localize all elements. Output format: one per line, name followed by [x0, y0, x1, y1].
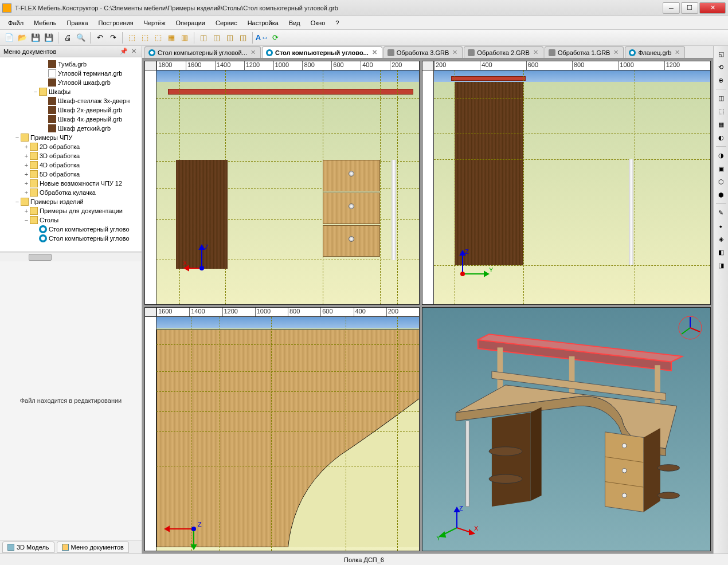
- view-cube-gizmo[interactable]: [676, 313, 704, 342]
- cube1-icon[interactable]: ◫: [198, 32, 209, 44]
- viewport-3d[interactable]: Z X Y: [422, 307, 711, 551]
- tree-node[interactable]: −Шкафы: [2, 87, 139, 96]
- right-tool-15[interactable]: ◨: [715, 260, 727, 271]
- maximize-button[interactable]: ☐: [681, 2, 698, 14]
- menu-help[interactable]: ?: [331, 18, 343, 28]
- right-tool-2[interactable]: ⊕: [715, 74, 727, 86]
- menu-drawing[interactable]: Чертёж: [139, 18, 170, 28]
- tab-close-icon[interactable]: ✕: [532, 49, 539, 56]
- document-tab[interactable]: Обработка 2.GRB✕: [464, 46, 543, 58]
- tab-close-icon[interactable]: ✕: [674, 49, 681, 56]
- right-tool-8[interactable]: ▣: [715, 163, 727, 174]
- menu-operations[interactable]: Операции: [171, 18, 210, 28]
- menu-view[interactable]: Вид: [284, 18, 305, 28]
- print-icon[interactable]: 🖨: [62, 32, 73, 44]
- refresh-icon[interactable]: ⟳: [269, 32, 281, 44]
- right-tool-12[interactable]: ⬥: [715, 220, 727, 232]
- tree-node[interactable]: Тумба.grb: [2, 60, 139, 69]
- tab-documents-menu[interactable]: Меню документов: [57, 542, 129, 553]
- right-tool-11[interactable]: ✎: [715, 207, 727, 218]
- document-tab[interactable]: Обработка 1.GRB✕: [545, 46, 624, 58]
- tree-node[interactable]: +Обработка кулачка: [2, 188, 139, 197]
- menu-construct[interactable]: Построения: [94, 18, 138, 28]
- tree-node[interactable]: +4D обработка: [2, 160, 139, 170]
- cube4-icon[interactable]: ◫: [237, 32, 249, 44]
- menu-settings[interactable]: Настройка: [243, 18, 283, 28]
- right-tool-1[interactable]: ⟲: [715, 61, 727, 73]
- undo-icon[interactable]: ↶: [94, 32, 105, 44]
- svg-text:Z: Z: [205, 244, 209, 250]
- tree-node[interactable]: Угловой шкаф.grb: [2, 78, 139, 87]
- cube2-icon[interactable]: ◫: [211, 32, 222, 44]
- tree-node[interactable]: +2D обработка: [2, 142, 139, 151]
- menu-window[interactable]: Окно: [306, 18, 330, 28]
- tree-node[interactable]: Угловой терминал.grb: [2, 69, 139, 78]
- viewport-front[interactable]: 18001600140012001000800600400200: [144, 61, 420, 305]
- tab-close-icon[interactable]: ✕: [249, 49, 257, 56]
- tree-node[interactable]: −Примеры изделий: [2, 197, 139, 206]
- open-icon[interactable]: 📂: [17, 32, 28, 44]
- right-tool-13[interactable]: ◈: [715, 233, 727, 245]
- tab-close-icon[interactable]: ✕: [451, 49, 459, 56]
- right-tool-7[interactable]: ◑: [715, 150, 727, 161]
- pin-icon[interactable]: 📌: [118, 48, 130, 55]
- box4-icon[interactable]: ▦: [166, 32, 177, 44]
- minimize-button[interactable]: ─: [663, 2, 680, 14]
- svg-text:X: X: [183, 260, 187, 266]
- box3-icon[interactable]: ⬚: [152, 32, 164, 44]
- text-icon[interactable]: A↔: [256, 32, 268, 44]
- tree-node[interactable]: Шкаф детский.grb: [2, 124, 139, 133]
- tab-3d-model[interactable]: 3D Модель: [2, 542, 54, 553]
- tab-close-icon[interactable]: ✕: [371, 49, 378, 56]
- scrollbar-thumb[interactable]: [29, 254, 52, 261]
- tree-node[interactable]: Шкаф 4х-дверный.grb: [2, 115, 139, 124]
- cube3-icon[interactable]: ◫: [224, 32, 236, 44]
- box5-icon[interactable]: ▥: [179, 32, 190, 44]
- panel-close-icon[interactable]: ✕: [130, 48, 138, 55]
- preview-icon[interactable]: 🔍: [75, 32, 87, 44]
- right-tool-4[interactable]: ⬚: [715, 105, 727, 117]
- right-tool-3[interactable]: ◫: [715, 92, 727, 104]
- right-tool-6[interactable]: ◐: [715, 132, 727, 143]
- document-tree[interactable]: Тумба.grbУгловой терминал.grbУгловой шка…: [0, 57, 142, 252]
- statusbar: Полка ДСП_6: [0, 554, 728, 565]
- redo-icon[interactable]: ↷: [107, 32, 119, 44]
- tree-node[interactable]: +Новые возможности ЧПУ 12: [2, 179, 139, 188]
- menu-service[interactable]: Сервис: [211, 18, 242, 28]
- tree-hscrollbar[interactable]: [0, 252, 142, 261]
- tree-node[interactable]: +5D обработка: [2, 170, 139, 179]
- tree-node[interactable]: +Примеры для документации: [2, 206, 139, 215]
- document-tab[interactable]: Обработка 3.GRB✕: [383, 46, 463, 58]
- svg-marker-27: [530, 407, 541, 501]
- right-tool-9[interactable]: ⬡: [715, 176, 727, 187]
- tree-node[interactable]: Стол компьютерный углово: [2, 234, 139, 243]
- box1-icon[interactable]: ⬚: [126, 32, 138, 44]
- tree-node[interactable]: Стол компьютерный углово: [2, 225, 139, 234]
- document-tab[interactable]: Фланец.grb✕: [625, 46, 685, 58]
- tab-close-icon[interactable]: ✕: [612, 49, 620, 56]
- close-button[interactable]: ✕: [699, 2, 726, 14]
- document-tab[interactable]: Стол компьютерный угловой...✕: [144, 46, 261, 58]
- svg-point-29: [489, 474, 522, 483]
- menu-file[interactable]: Файл: [3, 18, 28, 28]
- svg-marker-41: [440, 532, 445, 537]
- tree-node[interactable]: +3D обработка: [2, 151, 139, 160]
- viewport-side[interactable]: 20040060080010001200 Z Y: [422, 61, 711, 305]
- menu-furniture[interactable]: Мебель: [29, 18, 61, 28]
- right-tool-14[interactable]: ◧: [715, 246, 727, 258]
- tree-node[interactable]: Шкаф-стеллаж 3х-дверн: [2, 96, 139, 105]
- menu-edit[interactable]: Правка: [62, 18, 92, 28]
- tree-node[interactable]: Шкаф 2х-дверный.grb: [2, 105, 139, 115]
- new-icon[interactable]: 📄: [3, 32, 15, 44]
- save-icon[interactable]: 💾: [30, 32, 41, 44]
- box2-icon[interactable]: ⬚: [139, 32, 151, 44]
- right-tool-0[interactable]: ◱: [715, 48, 727, 60]
- tree-node[interactable]: −Примеры ЧПУ: [2, 133, 139, 142]
- documents-panel: Меню документов 📌 ✕ Тумба.grbУгловой тер…: [0, 46, 142, 554]
- saveall-icon[interactable]: 💾: [43, 32, 54, 44]
- tree-node[interactable]: −Столы: [2, 215, 139, 225]
- right-tool-5[interactable]: ▦: [715, 119, 727, 130]
- viewport-top[interactable]: 1600140012001000800600400200: [144, 307, 420, 551]
- right-tool-10[interactable]: ⬢: [715, 189, 727, 201]
- document-tab[interactable]: Стол компьютерный углово...✕: [262, 46, 382, 58]
